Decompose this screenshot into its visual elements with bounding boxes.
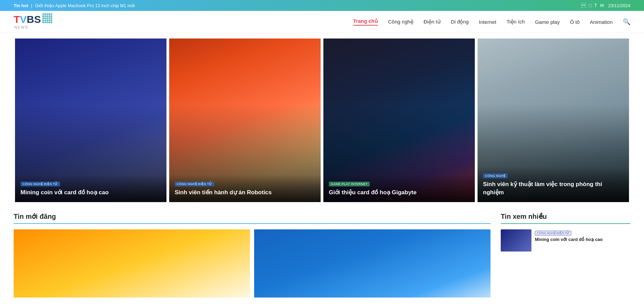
card-2-tag: CÔNG NGHỆ ĐIỆN TỬ bbox=[175, 182, 214, 186]
nav-cong-nghe[interactable]: Công nghệ bbox=[388, 19, 413, 25]
news-grid bbox=[14, 229, 491, 298]
card-4-tag: CÔNG NGHỆ bbox=[483, 173, 508, 178]
logo-box: TVBS NEWS bbox=[14, 14, 52, 29]
instagram-icon[interactable]: □ bbox=[589, 3, 591, 8]
tin-hot-label: Tin hot bbox=[14, 3, 28, 8]
nav-o-to[interactable]: Ô tô bbox=[570, 19, 580, 25]
nav-animation[interactable]: Animation bbox=[590, 19, 613, 25]
logo-news-text: NEWS bbox=[14, 25, 28, 29]
popular-item-1[interactable]: CÔNG NGHỆ ĐIỆN TỬ Mining coin với card đ… bbox=[501, 229, 630, 252]
logo-letters: TVBS bbox=[14, 14, 41, 25]
nav-di-dong[interactable]: Di động bbox=[451, 19, 469, 25]
facebook-icon[interactable]:  bbox=[581, 3, 586, 8]
nav-trang-chu[interactable]: Trang chủ bbox=[353, 18, 378, 26]
logo-t: T bbox=[14, 14, 20, 25]
popular-title: Tin xem nhiều bbox=[501, 212, 630, 224]
top-bar-left: Tin hot | Giới thiệu Apple Macbook Pro 1… bbox=[14, 3, 135, 8]
main-nav: Trang chủ Công nghệ Điện tử Di động Inte… bbox=[353, 18, 630, 26]
card-4-title: Sinh viên kỹ thuật làm việc trong phòng … bbox=[483, 180, 624, 197]
card-4-overlay: CÔNG NGHỆ Sinh viên kỹ thuật làm việc tr… bbox=[478, 167, 629, 202]
nav-tien-ich[interactable]: Tiện ích bbox=[507, 19, 525, 25]
logo-s: S bbox=[34, 14, 41, 25]
popular-info-1: CÔNG NGHỆ ĐIỆN TỬ Mining coin với card đ… bbox=[535, 229, 630, 252]
logo-area[interactable]: TVBS NEWS bbox=[14, 14, 52, 29]
nav-game-play[interactable]: Game play bbox=[535, 19, 560, 25]
card-1-overlay: CÔNG NGHỆ ĐIỆN TỬ Mining coin với card đ… bbox=[15, 175, 166, 202]
card-3[interactable]: GAME PLAY INTERNET Giới thiệu card đồ ho… bbox=[323, 39, 475, 202]
card-grid: CÔNG NGHỆ ĐIỆN TỬ Mining coin với card đ… bbox=[0, 39, 644, 202]
breaking-news-text: Giới thiệu Apple Macbook Pro 13 inch chi… bbox=[35, 3, 135, 8]
logo-b: B bbox=[27, 14, 34, 25]
card-1-title: Mining coin với card đồ hoạ cao bbox=[20, 188, 161, 197]
email-icon[interactable]: ✉ bbox=[600, 3, 604, 8]
nav-internet[interactable]: Internet bbox=[479, 19, 496, 25]
popular-tag-1: CÔNG NGHỆ ĐIỆN TỬ bbox=[535, 231, 571, 235]
popular-title-1: Mining coin với card đồ hoạ cao bbox=[535, 237, 630, 243]
logo-wrapper: TVBS bbox=[14, 14, 52, 25]
popular-section: Tin xem nhiều CÔNG NGHỆ ĐIỆN TỬ Mining c… bbox=[501, 212, 630, 298]
top-bar: Tin hot | Giới thiệu Apple Macbook Pro 1… bbox=[0, 0, 644, 11]
card-2-title: Sinh viên tiến hành dự án Robotics bbox=[175, 188, 315, 197]
card-4[interactable]: CÔNG NGHỆ Sinh viên kỹ thuật làm việc tr… bbox=[478, 39, 629, 202]
new-posts-title: Tin mới đăng bbox=[14, 212, 491, 224]
card-1[interactable]: CÔNG NGHỆ ĐIỆN TỬ Mining coin với card đ… bbox=[15, 39, 166, 202]
bottom-sections: Tin mới đăng Tin xem nhiều CÔNG NGHỆ ĐIỆ… bbox=[0, 202, 644, 298]
twitter-icon[interactable]: T bbox=[594, 3, 597, 8]
card-1-tag: CÔNG NGHỆ ĐIỆN TỬ bbox=[20, 182, 60, 186]
search-icon[interactable]: 🔍 bbox=[623, 18, 630, 26]
card-3-title: Giới thiệu card đồ hoạ Gigabyte bbox=[329, 188, 469, 197]
date-display: 23/11/2024 bbox=[608, 3, 630, 8]
news-card-1[interactable] bbox=[14, 229, 250, 298]
header: TVBS NEWS Trang chủ Công nghệ Điện tử Di… bbox=[0, 11, 644, 33]
card-3-tag: GAME PLAY INTERNET bbox=[329, 182, 370, 186]
card-2-overlay: CÔNG NGHỆ ĐIỆN TỬ Sinh viên tiến hành dự… bbox=[169, 175, 321, 202]
top-bar-right:  □ T ✉ 23/11/2024 bbox=[581, 3, 630, 8]
card-2[interactable]: CÔNG NGHỆ ĐIỆN TỬ Sinh viên tiến hành dự… bbox=[169, 39, 321, 202]
news-card-2[interactable] bbox=[254, 229, 491, 298]
card-3-overlay: GAME PLAY INTERNET Giới thiệu card đồ ho… bbox=[323, 175, 475, 202]
nav-dien-tu[interactable]: Điện tử bbox=[424, 19, 441, 25]
logo-pixel-grid bbox=[42, 13, 52, 23]
popular-thumb-1 bbox=[501, 229, 531, 252]
logo-v: V bbox=[20, 14, 27, 25]
divider: | bbox=[31, 3, 32, 8]
social-icons:  □ T ✉ bbox=[581, 3, 604, 8]
new-posts-section: Tin mới đăng bbox=[14, 212, 491, 298]
